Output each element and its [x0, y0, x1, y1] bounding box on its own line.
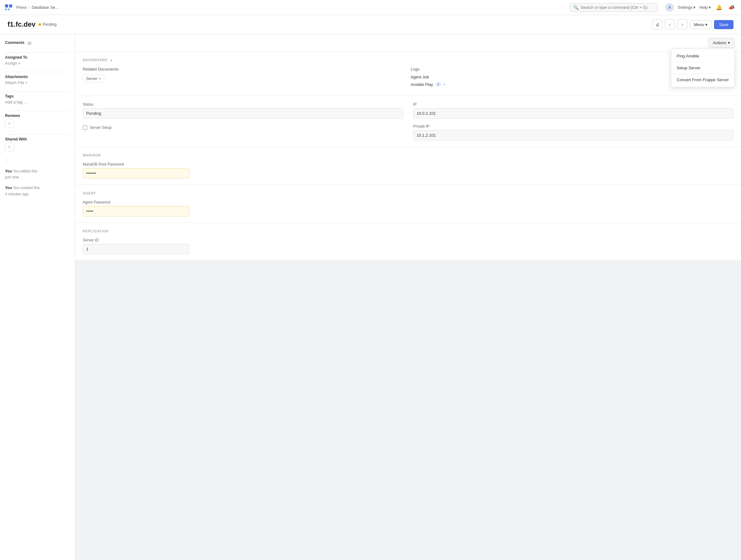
settings-chevron-icon: ▾ [693, 5, 695, 10]
dropdown-setup-server[interactable]: Setup Server [671, 62, 734, 74]
heart-icon[interactable]: ♡ [5, 158, 70, 165]
agent-password-input[interactable] [83, 206, 189, 216]
next-button[interactable]: › [677, 19, 687, 29]
server-id-group: Server ID [83, 238, 189, 254]
search-bar[interactable]: 🔍 [570, 3, 658, 12]
mariadb-password-group: MariaDB Root Password [83, 162, 189, 178]
attachments-label: Attachments [5, 75, 70, 79]
tags-label: Tags [5, 94, 70, 99]
reviews-label: Reviews [5, 114, 70, 118]
server-tag[interactable]: Server + [83, 75, 105, 83]
menu-button[interactable]: Menu ▾ [690, 20, 712, 29]
sidebar-reviews: Reviews + [5, 114, 70, 128]
actions-bar: Actions ▾ Ping Ansible Setup Server Conv… [75, 34, 741, 52]
comments-count: 0 [26, 41, 32, 46]
dropdown-convert-frappe[interactable]: Convert From Frappe Server [671, 74, 734, 85]
app-logo[interactable] [5, 3, 14, 12]
page-header-actions: 🖨 ‹ › Menu ▾ Save [652, 19, 734, 29]
help-button[interactable]: Help ▾ [699, 5, 711, 10]
page-title: f1.fc.dev [7, 20, 36, 28]
mariadb-section: MARIADB MariaDB Root Password [75, 147, 741, 185]
add-tag-button[interactable]: Add a tag ... [5, 100, 27, 105]
dashboard-grid: Related Documents Server + Logs Agent Jo… [83, 67, 734, 89]
sidebar: Comments 0 Assigned To Assign + Attachme… [0, 34, 75, 560]
shared-with-label: Shared With [5, 137, 70, 141]
agent-section: AGENT Agent Password [75, 185, 741, 223]
status-label: Status [83, 102, 403, 107]
sidebar-attachments: Attachments Attach File + [5, 75, 70, 85]
server-plus-icon: + [99, 76, 101, 81]
private-ip-group: Private IP [413, 124, 734, 140]
server-info-section: Status IP Server Setup Private IP [75, 96, 741, 147]
server-id-input[interactable] [83, 244, 189, 254]
agent-password-group: Agent Password [83, 200, 189, 216]
sidebar-comments: Comments 0 [5, 41, 70, 46]
add-review-button[interactable]: + [5, 119, 14, 128]
add-shared-button[interactable]: + [5, 143, 14, 151]
actions-chevron-icon: ▾ [728, 41, 730, 45]
mariadb-password-input[interactable] [83, 168, 189, 178]
mariadb-password-label: MariaDB Root Password [83, 162, 189, 167]
breadcrumb: Press › Database Se... [16, 5, 59, 10]
ip-input[interactable] [413, 108, 734, 119]
actions-dropdown: Ping Ansible Setup Server Convert From F… [671, 49, 735, 87]
server-id-label: Server ID [83, 238, 189, 242]
server-setup-checkbox[interactable] [83, 125, 87, 130]
dashboard-toggle-icon[interactable]: ▲ [110, 58, 114, 62]
sidebar-tags: Tags Add a tag ... [5, 94, 70, 105]
settings-button[interactable]: Settings ▾ [678, 5, 695, 10]
avatar[interactable]: A [665, 3, 674, 12]
assign-plus-icon: + [18, 61, 21, 66]
assign-button[interactable]: Assign + [5, 61, 21, 66]
status-input[interactable] [83, 108, 403, 119]
replication-title: REPLICATION [83, 229, 734, 233]
topnav: Press › Database Se... 🔍 A Settings ▾ He… [0, 0, 741, 15]
breadcrumb-press[interactable]: Press [16, 5, 27, 10]
status-badge: Pending [39, 22, 56, 27]
main-layout: Comments 0 Assigned To Assign + Attachme… [0, 34, 741, 560]
sidebar-assigned-to: Assigned To Assign + [5, 55, 70, 66]
help-chevron-icon: ▾ [709, 5, 711, 10]
sidebar-activity: ♡ You You edited this just now You You c… [5, 158, 70, 197]
sidebar-shared-with: Shared With + [5, 137, 70, 151]
private-ip-input[interactable] [413, 130, 734, 140]
search-icon: 🔍 [573, 5, 579, 10]
page-header: f1.fc.dev Pending 🖨 ‹ › Menu ▾ Save [0, 15, 741, 34]
server-info-grid: Status IP Server Setup Private IP [83, 102, 734, 140]
prev-button[interactable]: ‹ [665, 19, 675, 29]
page-title-area: f1.fc.dev Pending [7, 20, 56, 28]
related-docs-title: Related Documents [83, 67, 406, 71]
ip-group: IP [413, 102, 734, 119]
replication-section: REPLICATION Server ID [75, 223, 741, 261]
activity-1: You You edited this just now [5, 168, 70, 180]
save-button[interactable]: Save [714, 20, 734, 29]
agent-title: AGENT [83, 191, 734, 195]
dashboard-section: DASHBOARD ▲ Related Documents Server + L… [75, 52, 741, 96]
assigned-to-label: Assigned To [5, 55, 70, 60]
attach-file-button[interactable]: Attach File + [5, 80, 27, 85]
agent-password-label: Agent Password [83, 200, 189, 204]
menu-chevron-icon: ▾ [705, 22, 708, 27]
notifications-icon[interactable]: 🔔 [715, 3, 724, 12]
print-button[interactable]: 🖨 [652, 19, 662, 29]
actions-button[interactable]: Actions ▾ [708, 38, 735, 48]
server-setup-row: Server Setup [83, 125, 403, 130]
ansible-play-add-icon[interactable]: + [443, 82, 446, 87]
breadcrumb-database[interactable]: Database Se... [32, 5, 59, 10]
search-input[interactable] [581, 5, 654, 10]
dashboard-title: DASHBOARD ▲ [83, 58, 734, 62]
server-setup-group: Server Setup [83, 124, 403, 140]
breadcrumb-chevron-1: › [28, 6, 30, 9]
topnav-right: A Settings ▾ Help ▾ 🔔 📣 [665, 3, 736, 12]
content: Actions ▾ Ping Ansible Setup Server Conv… [75, 34, 741, 560]
ip-label: IP [413, 102, 734, 107]
private-ip-label: Private IP [413, 124, 734, 129]
megaphone-icon[interactable]: 📣 [727, 3, 736, 12]
status-dot-icon [39, 23, 41, 26]
ansible-play-count: 3 [435, 82, 441, 86]
attach-plus-icon: + [25, 80, 27, 85]
mariadb-title: MARIADB [83, 153, 734, 157]
dropdown-ping-ansible[interactable]: Ping Ansible [671, 50, 734, 62]
comments-label: Comments [5, 41, 24, 45]
status-group: Status [83, 102, 403, 119]
